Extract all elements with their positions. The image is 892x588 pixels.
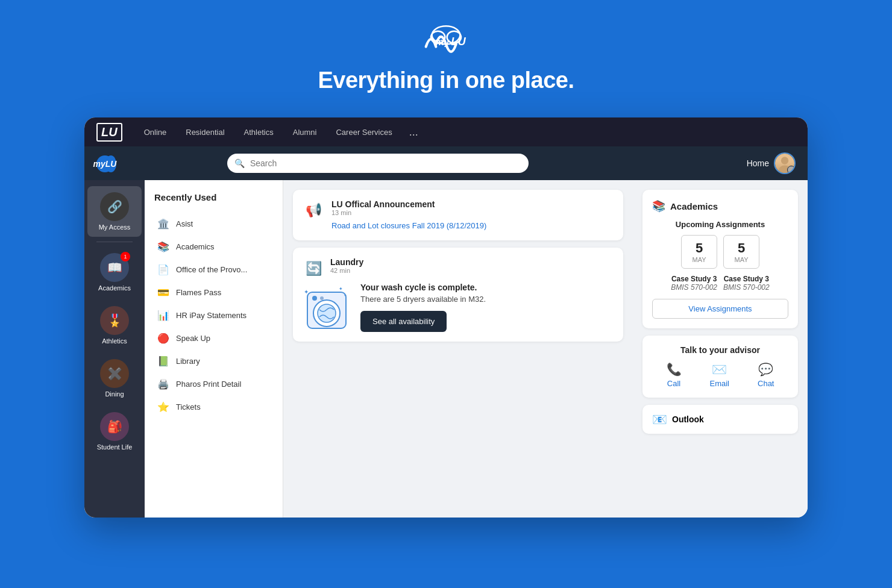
announcement-content: 📢 LU Offical Announcement 13 min Road an… <box>303 199 614 231</box>
date-num-1: 5 <box>691 240 707 256</box>
recent-item-tickets[interactable]: ⭐ Tickets <box>154 395 273 418</box>
laundry-main: ✦ ✦ ✦ Your wash cycle is complete. There… <box>303 283 486 332</box>
home-label[interactable]: Home <box>747 158 769 168</box>
search-input[interactable] <box>227 154 529 173</box>
recent-item-flames-pass[interactable]: 💳 Flames Pass <box>154 281 273 304</box>
upcoming-title: Upcoming Assignments <box>652 220 788 229</box>
recent-item-speak-up[interactable]: 🔴 Speak Up <box>154 327 273 349</box>
sidebar-label-dining: Dining <box>105 390 124 398</box>
svg-text:✦: ✦ <box>344 293 347 297</box>
advisor-chat-button[interactable]: 💬 Chat <box>758 362 774 388</box>
svg-point-11 <box>320 296 324 300</box>
top-nav-logo: LU <box>96 123 122 142</box>
email-icon: ✉️ <box>712 362 727 377</box>
advisor-chat-label: Chat <box>758 379 774 388</box>
mylu-logo: my LU <box>416 18 476 60</box>
nav-item-residential[interactable]: Residential <box>178 125 231 139</box>
laundry-content: 🔄 Laundry 42 min <box>303 257 614 332</box>
browser-frame: LU Online Residential Athletics Alumni C… <box>84 117 808 518</box>
academics-widget-icon: 📚 <box>652 199 665 213</box>
date-num-2: 5 <box>733 240 749 256</box>
recent-item-academics[interactable]: 📚 Academics <box>154 235 273 258</box>
sidebar-label-athletics: Athletics <box>102 337 127 345</box>
sidebar-item-dining[interactable]: ✖️ Dining <box>87 353 142 404</box>
library-icon: 📗 <box>157 354 170 367</box>
announcement-link[interactable]: Road and Lot closures Fall 2019 (8/12/20… <box>331 221 486 230</box>
see-availability-button[interactable]: See all availability <box>360 311 447 332</box>
assignment-item-1: Case Study 3 BMIS 570-002 <box>671 275 717 292</box>
nav-item-career-services[interactable]: Career Services <box>328 125 399 139</box>
recent-label-library: Library <box>176 357 200 366</box>
outlook-icon: 📧 <box>652 412 667 427</box>
view-assignments-button[interactable]: View Assignments <box>652 299 788 319</box>
nav-home-area: Home <box>747 152 796 174</box>
sidebar-item-academics[interactable]: 📖 1 Academics <box>87 247 142 298</box>
recent-label-asist: Asist <box>176 219 193 228</box>
announcement-time: 13 min <box>331 209 486 216</box>
outlook-label: Outlook <box>672 414 704 424</box>
recent-label-pharos: Pharos Print Detail <box>176 380 241 389</box>
sidebar-item-athletics[interactable]: 🎖️ Athletics <box>87 300 142 351</box>
my-access-icon: 🔗 <box>100 192 129 221</box>
recently-used-panel: Recently Used 🏛️ Asist 📚 Academics 📄 Off… <box>145 180 283 518</box>
sidebar-item-my-access[interactable]: 🔗 My Access <box>87 186 142 237</box>
sub-nav-logo: myLU <box>96 155 113 172</box>
settings-dot-icon[interactable] <box>787 166 796 174</box>
advisor-call-button[interactable]: 📞 Call <box>667 362 682 388</box>
advisor-email-button[interactable]: ✉️ Email <box>710 362 730 388</box>
recent-item-library[interactable]: 📗 Library <box>154 349 273 372</box>
flames-pass-icon: 💳 <box>157 286 170 299</box>
recent-label-academics: Academics <box>176 242 215 251</box>
recent-label-provo: Office of the Provo... <box>176 265 247 274</box>
advisor-title: Talk to your advisor <box>652 345 788 355</box>
asist-icon: 🏛️ <box>157 217 170 230</box>
assignment-name-1: Case Study 3 <box>671 275 717 283</box>
sub-nav-bar: myLU 🔍 Home <box>84 146 808 180</box>
svg-point-10 <box>312 296 317 301</box>
assignment-code-1: BMIS 570-002 <box>671 283 717 292</box>
announcement-card: 📢 LU Offical Announcement 13 min Road an… <box>293 190 623 240</box>
recent-item-pharos[interactable]: 🖨️ Pharos Print Detail <box>154 372 273 395</box>
assignment-dates: 5 MAY 5 MAY <box>652 235 788 269</box>
cards-area: 📢 LU Offical Announcement 13 min Road an… <box>283 180 633 518</box>
user-avatar[interactable] <box>774 152 796 174</box>
laundry-message: Your wash cycle is complete. <box>360 283 486 292</box>
recent-item-asist[interactable]: 🏛️ Asist <box>154 212 273 235</box>
athletics-icon: 🎖️ <box>100 306 129 335</box>
recent-item-hr-ipay[interactable]: 📊 HR iPay Statements <box>154 304 273 327</box>
laundry-title: Laundry <box>330 257 363 267</box>
svg-text:✦: ✦ <box>339 286 343 292</box>
nav-more-button[interactable]: ... <box>404 124 423 141</box>
dining-icon: ✖️ <box>100 359 129 388</box>
recent-label-speak-up: Speak Up <box>176 334 210 343</box>
advisor-actions: 📞 Call ✉️ Email 💬 Chat <box>652 362 788 388</box>
outlook-widget: 📧 Outlook <box>642 405 798 434</box>
nav-item-online[interactable]: Online <box>137 125 174 139</box>
nav-item-alumni[interactable]: Alumni <box>286 125 324 139</box>
academics-recent-icon: 📚 <box>157 240 170 253</box>
assignment-name-2: Case Study 3 <box>723 275 770 283</box>
speak-up-icon: 🔴 <box>157 331 170 345</box>
nav-item-athletics[interactable]: Athletics <box>237 125 281 139</box>
sidebar: 🔗 My Access 📖 1 Academics 🎖️ Athletics ✖… <box>84 180 145 518</box>
svg-text:LU: LU <box>451 35 466 48</box>
sidebar-item-student-life[interactable]: 🎒 Student Life <box>87 406 142 457</box>
sidebar-label-student-life: Student Life <box>97 443 133 451</box>
main-content-area: 🔗 My Access 📖 1 Academics 🎖️ Athletics ✖… <box>84 180 808 518</box>
svg-text:my: my <box>435 36 450 48</box>
announcement-body: LU Offical Announcement 13 min Road and … <box>331 199 486 231</box>
recent-label-hr-ipay: HR iPay Statements <box>176 311 247 320</box>
assignment-item-2: Case Study 3 BMIS 570-002 <box>723 275 770 292</box>
recently-used-title: Recently Used <box>154 192 273 202</box>
assignment-date-1: 5 MAY <box>681 235 717 269</box>
date-month-1: MAY <box>691 256 707 263</box>
laundry-sub: There are 5 dryers available in M32. <box>360 295 486 304</box>
sidebar-label-academics: Academics <box>98 284 131 292</box>
search-bar-container: 🔍 <box>227 154 529 173</box>
tickets-icon: ⭐ <box>157 400 170 413</box>
academics-widget-header: 📚 Academics <box>652 199 788 213</box>
academics-icon: 📖 1 <box>100 253 129 282</box>
laundry-time: 42 min <box>330 267 363 274</box>
hr-ipay-icon: 📊 <box>157 308 170 322</box>
recent-item-provo[interactable]: 📄 Office of the Provo... <box>154 258 273 281</box>
